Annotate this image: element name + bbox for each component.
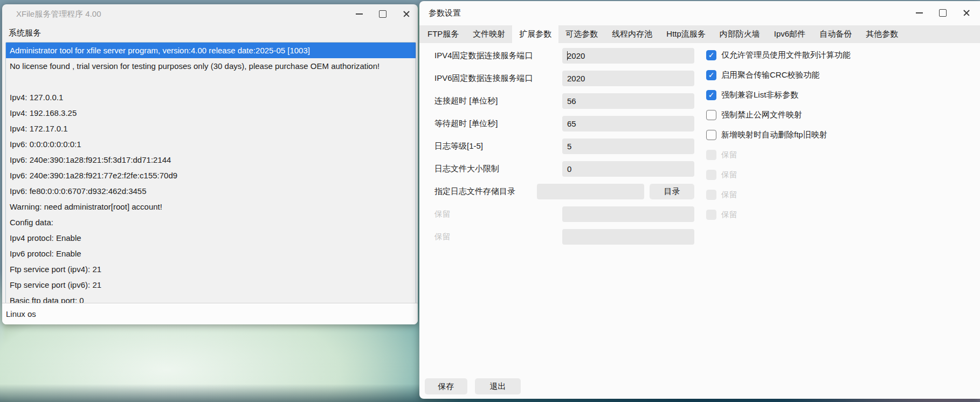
ipv4-data-port-input[interactable] (562, 48, 694, 64)
list-item[interactable]: Ftp service port (ipv4): 21 (6, 261, 416, 277)
list-item[interactable]: Basic ftp data port: 0 (6, 293, 416, 304)
field-label: 日志等级[1-5] (434, 141, 562, 151)
list-item[interactable]: Ipv6 protocl: Enable (6, 246, 416, 261)
field-label: 指定日志文件存储目录 (434, 186, 537, 197)
field-label: 保留 (434, 232, 562, 242)
ipv6-data-port-input[interactable] (562, 71, 694, 86)
connect-timeout-input[interactable] (562, 93, 694, 109)
form-row-reserved-1: 保留 (434, 206, 694, 222)
dialog-title: 参数设置 (429, 8, 461, 18)
options-checkbox-column: 仅允许管理员使用文件散列计算功能 启用聚合传输CRC校验功能 强制兼容List非… (706, 48, 851, 228)
list-item[interactable]: Ipv6: 240e:390:1a28:f921:77e2:f2fe:c155:… (6, 168, 416, 183)
list-item[interactable]: Ftp service port (ipv6): 21 (6, 277, 416, 293)
settings-tabstrip: FTP服务 文件映射 扩展参数 可选参数 线程内存池 Http流服务 内部防火墙… (419, 25, 980, 43)
field-label: 保留 (434, 209, 562, 219)
field-label: 连接超时 [单位秒] (434, 96, 562, 106)
wait-timeout-input[interactable] (562, 116, 694, 131)
checkbox-row-crc-verify: 启用聚合传输CRC校验功能 (706, 68, 851, 81)
checkbox-icon (706, 210, 716, 220)
checkbox-icon[interactable] (706, 90, 716, 100)
checkbox-icon[interactable] (706, 130, 716, 140)
log-directory-input[interactable] (537, 184, 644, 199)
minimize-icon[interactable] (912, 6, 926, 20)
tab-ipv6-mail[interactable]: Ipv6邮件 (767, 25, 812, 43)
server-status-list[interactable]: Administrator tool for xfile server prog… (5, 42, 416, 304)
checkbox-row-list-compat: 强制兼容List非标参数 (706, 88, 851, 101)
tab-extended-params[interactable]: 扩展参数 (512, 25, 558, 43)
list-item[interactable]: Ipv4: 172.17.0.1 (6, 121, 416, 136)
list-item[interactable]: Ipv4: 192.168.3.25 (6, 105, 416, 121)
form-row-connect-timeout: 连接超时 [单位秒] (434, 93, 694, 109)
form-row-ipv6-data-port: IPV6固定数据连接服务端口 (434, 70, 694, 86)
xfile-titlebar: XFile服务管理程序 4.00 (2, 4, 418, 24)
status-os-label: Linux os (6, 309, 36, 318)
list-item[interactable]: Config data: (6, 214, 416, 230)
dialog-actions: 保存 退出 (425, 378, 521, 394)
tab-optional-params[interactable]: 可选参数 (558, 25, 605, 43)
menu-bar: 系统服务 (2, 24, 418, 42)
field-label: 日志文件大小限制 (434, 164, 562, 174)
list-item[interactable]: Ipv6: 0:0:0:0:0:0:0:1 (6, 136, 416, 152)
list-item[interactable]: Ipv6: 240e:390:1a28:f921:5f:3d17:dd71:21… (6, 152, 416, 168)
status-bar: Linux os (2, 303, 418, 324)
list-item[interactable]: Ipv4: 127.0.0.1 (6, 89, 416, 105)
menu-item-system-service[interactable]: 系统服务 (5, 26, 44, 40)
checkbox-row-reserved: 保留 (706, 168, 851, 181)
checkbox-icon (706, 190, 716, 200)
list-item[interactable]: Warning: need administrator[root] accoun… (6, 199, 416, 214)
log-level-input[interactable] (562, 138, 694, 154)
parameter-settings-dialog: 参数设置 FTP服务 文件映射 扩展参数 可选参数 线程内存池 Http流服务 … (419, 1, 980, 399)
field-label: IPV6固定数据连接服务端口 (434, 73, 562, 84)
checkbox-row-reserved: 保留 (706, 188, 851, 201)
checkbox-label: 保留 (721, 170, 737, 180)
tab-thread-mempool[interactable]: 线程内存池 (605, 25, 659, 43)
maximize-icon[interactable] (936, 6, 950, 20)
maximize-icon[interactable] (376, 7, 390, 21)
checkbox-icon[interactable] (706, 110, 716, 120)
list-item[interactable]: Ipv6: fe80:0:0:0:6707:d932:462d:3455 (6, 183, 416, 199)
tab-other-params[interactable]: 其他参数 (859, 25, 905, 43)
checkbox-label: 仅允许管理员使用文件散列计算功能 (721, 50, 851, 60)
list-item[interactable] (6, 74, 416, 89)
checkbox-label: 保留 (721, 190, 737, 200)
form-row-log-directory: 指定日志文件存储目录 目录 (434, 183, 694, 199)
save-button[interactable]: 保存 (425, 378, 467, 394)
list-item[interactable]: Ipv4 protocl: Enable (6, 230, 416, 246)
checkbox-row-forbid-public-mapping: 强制禁止公网文件映射 (706, 108, 851, 121)
reserved-input (562, 206, 694, 222)
close-icon[interactable] (399, 7, 413, 21)
list-item[interactable]: Administrator tool for xfile server prog… (6, 43, 416, 58)
checkbox-label: 强制兼容List非标参数 (721, 90, 798, 100)
checkbox-icon[interactable] (706, 50, 716, 60)
checkbox-label: 启用聚合传输CRC校验功能 (721, 70, 820, 80)
form-row-ipv4-data-port: IPV4固定数据连接服务端口 (434, 47, 694, 64)
dialog-titlebar: 参数设置 (419, 1, 980, 25)
tab-file-mapping[interactable]: 文件映射 (466, 25, 512, 43)
form-row-log-level: 日志等级[1-5] (434, 138, 694, 154)
field-label: IPV4固定数据连接服务端口 (434, 51, 562, 61)
log-size-limit-input[interactable] (562, 161, 694, 177)
form-row-log-size-limit: 日志文件大小限制 (434, 161, 694, 177)
minimize-icon[interactable] (352, 7, 366, 21)
tab-internal-firewall[interactable]: 内部防火墙 (713, 25, 767, 43)
xfile-manager-window: XFile服务管理程序 4.00 系统服务 Administrator tool… (2, 4, 418, 324)
exit-button[interactable]: 退出 (475, 378, 521, 394)
tab-http-stream[interactable]: Http流服务 (659, 25, 713, 43)
checkbox-icon (706, 150, 716, 160)
list-item[interactable]: No license found , trial version for tes… (6, 58, 416, 74)
close-icon[interactable] (960, 6, 974, 20)
checkbox-icon[interactable] (706, 70, 716, 80)
text-caret (567, 51, 568, 60)
checkbox-label: 保留 (721, 150, 737, 160)
checkbox-row-auto-delete-ftp-mapping: 新增映射时自动删除ftp旧映射 (706, 128, 851, 141)
form-row-reserved-2: 保留 (434, 228, 694, 245)
browse-directory-button[interactable]: 目录 (650, 184, 694, 199)
checkbox-icon (706, 170, 716, 180)
field-label: 等待超时 [单位秒] (434, 119, 562, 129)
checkbox-row-reserved: 保留 (706, 208, 851, 221)
checkbox-label: 保留 (721, 210, 737, 220)
tab-auto-backup[interactable]: 自动备份 (812, 25, 859, 43)
xfile-window-title: XFile服务管理程序 4.00 (16, 9, 101, 19)
tab-ftp-service[interactable]: FTP服务 (420, 25, 466, 43)
extended-params-form: IPV4固定数据连接服务端口 IPV6固定数据连接服务端口 连接超时 [单位秒]… (434, 47, 694, 251)
